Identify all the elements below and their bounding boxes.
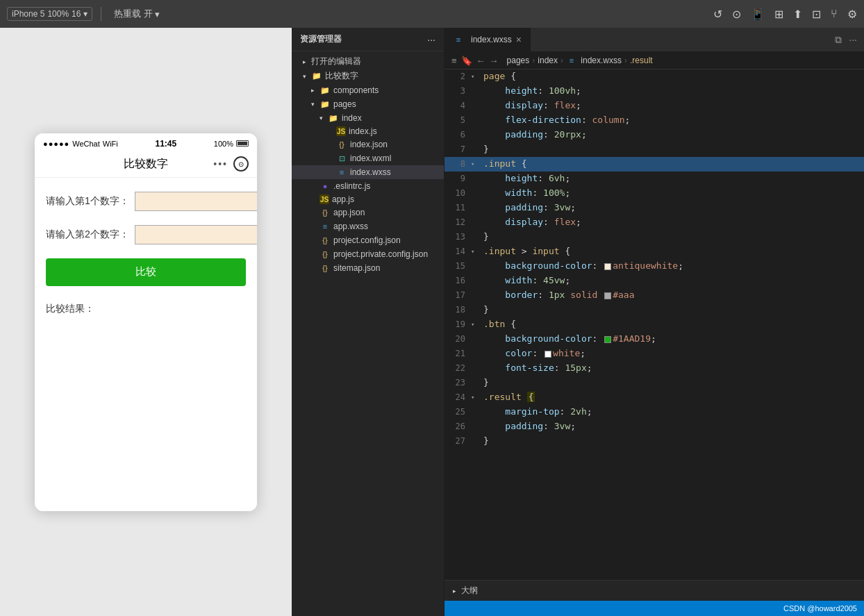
- input-label-2: 请输入第2个数字：: [46, 228, 129, 241]
- refresh-icon[interactable]: ↺: [713, 8, 722, 21]
- status-left: ●●●●● WeChat WiFi: [43, 140, 118, 148]
- project-root[interactable]: 📁 比较数字: [292, 69, 444, 83]
- breadcrumb-bookmark-icon[interactable]: 🔖: [461, 56, 472, 66]
- project-config-file[interactable]: {} project.config.json: [292, 233, 444, 247]
- breadcrumb-forward-icon[interactable]: →: [490, 56, 499, 66]
- code-content-18: }: [481, 303, 864, 317]
- chevron-icon: ▾: [155, 9, 160, 19]
- collapse-14[interactable]: ▾: [471, 244, 481, 256]
- code-content-26: padding: 3vw;: [481, 419, 864, 434]
- breadcrumb-back-icon[interactable]: ←: [476, 56, 485, 66]
- code-content-20: background-color: #1AAD19;: [481, 332, 864, 347]
- code-line-25: 25 margin-top: 2vh;: [445, 405, 864, 419]
- line-num-21: 21: [445, 347, 471, 360]
- app-js-file[interactable]: JS app.js: [292, 193, 444, 206]
- chevron-down-icon: ▾: [83, 9, 88, 19]
- tab-index-wxss[interactable]: ≡ index.wxss ×: [445, 28, 531, 51]
- tools-icon[interactable]: ⚙: [847, 8, 857, 21]
- breadcrumb-sep-2: ›: [560, 56, 563, 65]
- collapse-2[interactable]: ▾: [471, 69, 481, 81]
- wifi-icon: WiFi: [103, 140, 118, 148]
- code-line-18: 18 }: [445, 303, 864, 317]
- open-editors-chevron: [303, 58, 310, 65]
- record-icon[interactable]: ⊙: [233, 156, 249, 172]
- index-wxss-file[interactable]: ≡ index.wxss: [292, 165, 444, 179]
- split-editor-icon[interactable]: ⧉: [835, 34, 842, 46]
- device-selector[interactable]: iPhone 5 100% 16 ▾: [7, 7, 92, 21]
- code-content-27: }: [481, 434, 864, 449]
- line-num-19: 19: [445, 317, 471, 331]
- tab-close-icon[interactable]: ×: [516, 34, 522, 45]
- code-line-15: 15 background-color: antiquewhite;: [445, 259, 864, 274]
- line-num-9: 9: [445, 172, 471, 185]
- collapse-8[interactable]: ▾: [471, 157, 481, 169]
- app-js-label: app.js: [332, 194, 354, 204]
- code-line-5: 5 flex-direction: column;: [445, 113, 864, 128]
- code-line-14: 14 ▾ .input > input {: [445, 244, 864, 259]
- line-num-11: 11: [445, 201, 471, 215]
- file-panel: 资源管理器 ··· 打开的编辑器 📁 比较数字 📁 components: [292, 28, 445, 616]
- breadcrumb-result[interactable]: .result: [630, 56, 653, 65]
- index-json-file[interactable]: {} index.json: [292, 138, 444, 151]
- components-folder-icon: 📁: [319, 85, 331, 96]
- outline-panel[interactable]: 大纲: [445, 580, 864, 601]
- stop-icon[interactable]: ⊙: [732, 8, 741, 21]
- eslintrc-file[interactable]: ● .eslintrc.js: [292, 179, 444, 193]
- breadcrumb-nav-icon[interactable]: ≡: [451, 56, 457, 66]
- sitemap-file[interactable]: {} sitemap.json: [292, 261, 444, 275]
- line-num-25: 25: [445, 405, 471, 419]
- line-num-7: 7: [445, 142, 471, 156]
- collapse-24[interactable]: ▾: [471, 390, 481, 402]
- pages-folder[interactable]: 📁 pages: [292, 97, 444, 111]
- index-json-label: index.json: [350, 140, 388, 149]
- index-folder[interactable]: 📁 index: [292, 111, 444, 125]
- project-private-config-file[interactable]: {} project.private.config.json: [292, 247, 444, 261]
- hotreload-label: 热重载 开: [114, 8, 153, 20]
- upload-icon[interactable]: ⬆: [793, 8, 802, 21]
- code-content-12: display: flex;: [481, 215, 864, 230]
- code-line-17: 17 border: 1px solid #aaa: [445, 288, 864, 303]
- code-line-19: 19 ▾ .btn {: [445, 317, 864, 332]
- more-actions-icon[interactable]: ···: [849, 34, 857, 45]
- collapse-19[interactable]: ▾: [471, 317, 481, 329]
- breadcrumb-pages[interactable]: pages: [507, 56, 530, 65]
- preview-icon[interactable]: ⊡: [812, 8, 821, 21]
- line-num-13: 13: [445, 230, 471, 244]
- index-js-label: index.js: [349, 126, 377, 136]
- components-label: components: [333, 85, 379, 95]
- input-field-2[interactable]: [135, 225, 257, 244]
- breadcrumb-bar: ≡ 🔖 ← → pages › index › ≡ index.wxss › .…: [445, 52, 864, 69]
- breadcrumb-sep-3: ›: [624, 56, 627, 65]
- index-wxml-file[interactable]: ⊡ index.wxml: [292, 151, 444, 165]
- input-field-1[interactable]: [135, 192, 257, 211]
- app-wxss-file[interactable]: ≡ app.wxss: [292, 219, 444, 233]
- code-line-13: 13 }: [445, 230, 864, 244]
- more-dots-icon[interactable]: •••: [213, 158, 228, 169]
- file-panel-more-icon[interactable]: ···: [427, 34, 435, 45]
- app-json-file[interactable]: {} app.json: [292, 206, 444, 219]
- breadcrumb-index[interactable]: index: [538, 56, 558, 65]
- components-folder[interactable]: 📁 components: [292, 83, 444, 97]
- index-chevron: [319, 115, 326, 122]
- mobile-icon[interactable]: 📱: [751, 8, 765, 21]
- components-chevron: [311, 87, 318, 94]
- layout-icon[interactable]: ⊞: [774, 8, 783, 21]
- line-num-26: 26: [445, 419, 471, 433]
- git-icon[interactable]: ⑂: [831, 8, 838, 20]
- line-num-27: 27: [445, 434, 471, 448]
- compare-button[interactable]: 比较: [46, 258, 246, 286]
- bottom-bar: CSDN @howard2005: [445, 601, 864, 616]
- index-wxss-label: index.wxss: [350, 167, 391, 177]
- hotreload-btn[interactable]: 热重载 开 ▾: [110, 6, 164, 22]
- code-line-10: 10 width: 100%;: [445, 186, 864, 201]
- phone-frame: ●●●●● WeChat WiFi 11:45 100% 比较数字 ••• ⊙: [35, 133, 257, 511]
- code-content-13: }: [481, 230, 864, 244]
- index-js-icon: JS: [336, 126, 346, 136]
- index-wxml-label: index.wxml: [350, 153, 391, 163]
- open-editors-section[interactable]: 打开的编辑器: [292, 54, 444, 69]
- breadcrumb-wxss[interactable]: ≡ index.wxss: [566, 55, 622, 66]
- code-content-3: height: 100vh;: [481, 84, 864, 99]
- index-js-file[interactable]: JS index.js: [292, 125, 444, 138]
- code-content-17: border: 1px solid #aaa: [481, 288, 864, 303]
- tab-wxss-icon: ≡: [453, 34, 464, 45]
